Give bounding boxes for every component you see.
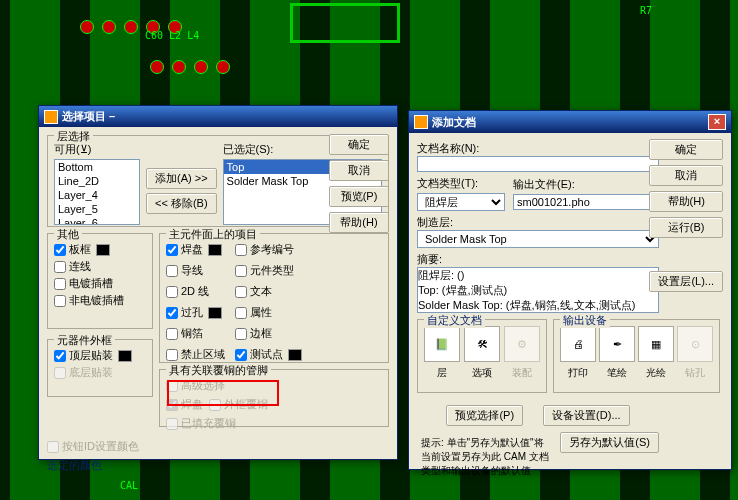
mfg-layer-label: 制造层:	[417, 215, 659, 230]
refdes-chk[interactable]: 参考编号	[235, 242, 302, 257]
plated-slot-chk[interactable]: 电镀插槽	[54, 276, 146, 291]
top-mount-chk[interactable]: 顶层贴装	[54, 348, 146, 363]
select-items-dialog: 选择项目 – 层选择 可用(⊻) Bottom Line_2D Layer_4 …	[38, 105, 398, 460]
dlg1-title: 选择项目 –	[62, 109, 392, 124]
pen-icon[interactable]: ✒	[599, 326, 635, 362]
parttype-chk[interactable]: 元件类型	[235, 263, 302, 278]
summary-label: 摘要:	[417, 252, 659, 267]
dlg1-titlebar[interactable]: 选择项目 –	[39, 106, 397, 127]
out-device-label: 输出设备	[560, 313, 610, 328]
list-item[interactable]: Bottom	[55, 160, 139, 174]
board-outline-chk[interactable]: 板框	[54, 242, 146, 257]
text-chk[interactable]: 文本	[235, 284, 302, 299]
color-swatch[interactable]	[96, 244, 110, 256]
dlg2-titlebar[interactable]: 添加文档 ×	[409, 111, 731, 133]
testpoint-chk[interactable]: 测试点	[235, 347, 302, 362]
print-icon[interactable]: 🖨	[560, 326, 596, 362]
available-layers-list[interactable]: Bottom Line_2D Layer_4 Layer_5 Layer_6 L…	[54, 159, 140, 225]
doc-name-label: 文档名称(N):	[417, 141, 659, 156]
doc-name-input[interactable]	[417, 156, 659, 172]
set-layer-button[interactable]: 设置层(L)...	[649, 271, 723, 292]
copper-chk[interactable]: 铜箔	[166, 326, 225, 341]
dlg2-title: 添加文档	[432, 115, 704, 130]
list-item[interactable]: Layer_5	[55, 202, 139, 216]
nonplated-slot-chk[interactable]: 非电镀插槽	[54, 293, 146, 308]
filled-copper-chk: 已填充覆铜	[166, 416, 382, 431]
device-settings-button[interactable]: 设备设置(D)...	[543, 405, 629, 426]
doc-type-label: 文档类型(T):	[417, 176, 505, 191]
mfg-layer-select[interactable]: Solder Mask Top	[417, 230, 659, 248]
outline-chk[interactable]: 边框	[235, 326, 302, 341]
preview-button[interactable]: 预览(P)	[329, 186, 389, 207]
add-document-dialog: 添加文档 × 文档名称(N): 文档类型(T): 阻焊层 输出文件(E): 制造…	[408, 110, 732, 470]
attr-chk[interactable]: 属性	[235, 305, 302, 320]
close-icon[interactable]: ×	[708, 114, 726, 130]
list-item[interactable]: Layer_4	[55, 188, 139, 202]
available-label: 可用(⊻)	[54, 142, 140, 157]
keepout-chk[interactable]: 禁止区域	[166, 347, 225, 362]
layer-select-label: 层选择	[54, 129, 93, 144]
ok-button[interactable]: 确定	[329, 134, 389, 155]
remove-button[interactable]: << 移除(B)	[146, 193, 217, 214]
run-button[interactable]: 运行(B)	[649, 217, 723, 238]
app-icon	[44, 110, 58, 124]
trace-chk[interactable]: 导线	[166, 263, 225, 278]
color-swatch[interactable]	[118, 350, 132, 362]
summary-box: 阻焊层: () Top: (焊盘,测试点) Solder Mask Top: (…	[417, 267, 659, 313]
hint-text: 提示: 单击"另存为默认值"将当前设置另存为此 CAM 文档类型和输出设备的默认…	[417, 432, 554, 482]
add-button[interactable]: 添加(A) >>	[146, 168, 217, 189]
cancel-button[interactable]: 取消	[329, 160, 389, 181]
connection-chk[interactable]: 连线	[54, 259, 146, 274]
custom-doc-label: 自定义文档	[424, 313, 485, 328]
help-button[interactable]: 帮助(H)	[329, 212, 389, 233]
layer-icon[interactable]: 📗	[424, 326, 460, 362]
btn-id-color-chk: 按钮ID设置颜色	[47, 439, 389, 454]
assoc-copper-label: 具有关联覆铜的管脚	[166, 363, 271, 378]
pad-chk[interactable]: 焊盘	[166, 242, 225, 257]
selected-color-label: 选定的颜色	[47, 458, 389, 473]
cancel-button[interactable]: 取消	[649, 165, 723, 186]
color-swatch[interactable]	[288, 349, 302, 361]
save-default-button[interactable]: 另存为默认值(S)	[560, 432, 659, 453]
photo-icon[interactable]: ▦	[638, 326, 674, 362]
help-button[interactable]: 帮助(H)	[649, 191, 723, 212]
app-icon	[414, 115, 428, 129]
out-file-label: 输出文件(E):	[513, 177, 659, 192]
bot-mount-chk: 底层贴装	[54, 365, 146, 380]
color-swatch[interactable]	[208, 244, 222, 256]
main-items-label: 主元件面上的项目	[166, 227, 260, 242]
out-file-input[interactable]	[513, 194, 659, 210]
list-item[interactable]: Layer_6	[55, 216, 139, 225]
preview-select-button[interactable]: 预览选择(P)	[446, 405, 523, 426]
color-swatch[interactable]	[208, 307, 222, 319]
misc-label: 其他	[54, 227, 82, 242]
option-icon[interactable]: 🛠	[464, 326, 500, 362]
assembly-icon: ⚙	[504, 326, 540, 362]
list-item[interactable]: Line_2D	[55, 174, 139, 188]
ok-button[interactable]: 确定	[649, 139, 723, 160]
doc-type-select[interactable]: 阻焊层	[417, 193, 505, 211]
comp-frame-label: 元器件外框	[54, 333, 115, 348]
drill-icon: ⊙	[677, 326, 713, 362]
highlight-box	[167, 380, 279, 406]
via-chk[interactable]: 过孔	[166, 305, 225, 320]
line2d-chk[interactable]: 2D 线	[166, 284, 225, 299]
